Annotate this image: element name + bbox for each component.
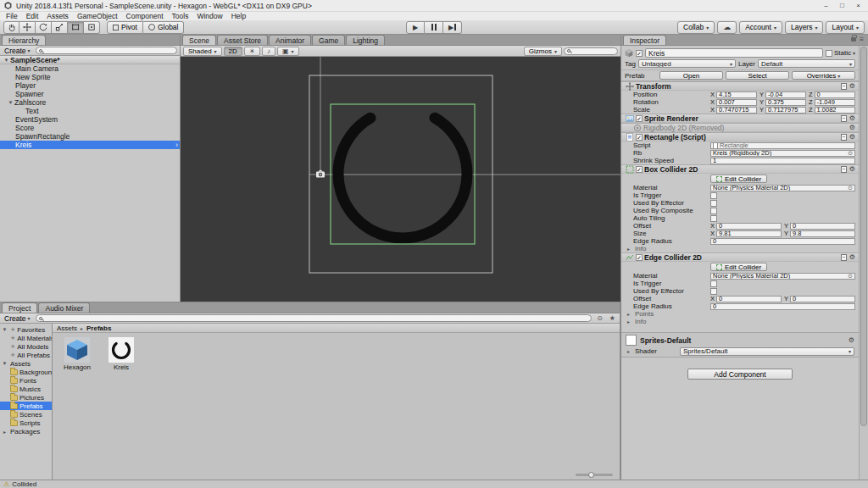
breadcrumb-prefabs[interactable]: Prefabs: [86, 324, 111, 332]
points-foldout-row[interactable]: ▸Points: [621, 310, 859, 318]
asset-kreis[interactable]: Kreis: [103, 337, 140, 371]
foldout-closed-icon[interactable]: ▸: [625, 319, 632, 324]
rectangle-script-checkbox[interactable]: ✓: [636, 134, 643, 141]
project-create-button[interactable]: Create▾: [3, 314, 32, 323]
offset-y-field[interactable]: 0: [790, 223, 855, 230]
edit-collider-button[interactable]: Edit Collider: [710, 175, 767, 183]
breadcrumb-assets[interactable]: Assets: [57, 324, 77, 332]
transform-tool-button[interactable]: [84, 21, 100, 34]
folder-pictures[interactable]: Pictures: [0, 393, 52, 402]
rb-object-field[interactable]: Kreis (Rigidbody 2D)⊙: [710, 150, 855, 157]
tab-game[interactable]: Game: [312, 35, 345, 45]
rotation-y-field[interactable]: 0.375: [765, 99, 806, 106]
edge-collider-checkbox[interactable]: ✓: [636, 254, 643, 261]
active-checkbox[interactable]: ✓: [636, 50, 643, 57]
static-toggle[interactable]: Static▾: [826, 49, 855, 57]
slider-thumb[interactable]: [588, 472, 594, 478]
tab-inspector[interactable]: Inspector: [623, 35, 666, 45]
hierarchy-item-spawner[interactable]: Spawner: [0, 90, 180, 98]
rotation-x-field[interactable]: 0.007: [716, 99, 757, 106]
folder-scenes[interactable]: Scenes: [0, 410, 52, 419]
hierarchy-search-input[interactable]: [36, 47, 177, 54]
gear-icon[interactable]: ⚙: [849, 253, 855, 261]
layout-button[interactable]: Layout▾: [826, 21, 865, 34]
foldout-open-icon[interactable]: ▼: [1, 327, 8, 332]
prefab-select-button[interactable]: Select: [726, 71, 789, 80]
tab-animator[interactable]: Animator: [269, 35, 311, 45]
gear-icon[interactable]: ⚙: [849, 165, 855, 173]
object-picker-icon[interactable]: ⊙: [848, 273, 853, 280]
auto-tiling-checkbox[interactable]: [710, 215, 717, 222]
help-icon[interactable]: [841, 166, 847, 173]
cloud-button[interactable]: ☁: [717, 21, 737, 34]
menu-edit[interactable]: Edit: [22, 12, 43, 20]
foldout-closed-icon[interactable]: ▸: [625, 311, 632, 317]
scrollbar-thumb[interactable]: [860, 47, 867, 426]
foldout-closed-icon[interactable]: ▸: [625, 348, 632, 354]
gear-icon[interactable]: ⚙: [849, 336, 854, 344]
box-collider-header[interactable]: ▼ ✓ Box Collider 2D ⚙: [621, 164, 859, 174]
offset-x-field[interactable]: 0: [716, 223, 782, 230]
foldout-open-icon[interactable]: ▼: [621, 255, 624, 260]
gizmos-dropdown[interactable]: Gizmos▾: [524, 47, 562, 56]
foldout-closed-icon[interactable]: ▸: [621, 115, 624, 121]
scale-x-field[interactable]: 0.7470715: [716, 107, 757, 114]
step-button[interactable]: ▶: [443, 21, 462, 34]
tab-scene[interactable]: Scene: [182, 35, 216, 45]
rectangle-script-header[interactable]: ▼ ✓ Rectangle (Script) ⚙: [621, 132, 859, 141]
used-by-composite-checkbox[interactable]: [710, 208, 717, 214]
rect-tool-button[interactable]: [68, 21, 84, 34]
info-foldout-row[interactable]: ▸Info: [621, 245, 859, 252]
menu-gameobject[interactable]: GameObject: [73, 12, 122, 20]
hierarchy-item-score[interactable]: Score: [0, 124, 180, 132]
layer-dropdown[interactable]: Default▾: [758, 59, 855, 68]
prefab-open-button[interactable]: Open: [659, 71, 723, 80]
favorite-all-materials[interactable]: ★All Materials: [0, 334, 52, 342]
gameobject-name-field[interactable]: Kreis: [645, 48, 823, 58]
tab-lighting[interactable]: Lighting: [346, 35, 385, 45]
rotation-z-field[interactable]: -1.049: [815, 99, 855, 106]
static-checkbox[interactable]: [826, 50, 832, 57]
folder-prefabs[interactable]: Prefabs: [0, 402, 52, 410]
hierarchy-item-player[interactable]: Player: [0, 81, 180, 90]
edge-radius-field[interactable]: 0: [710, 303, 855, 310]
tab-hierarchy[interactable]: Hierarchy: [2, 35, 46, 45]
foldout-open-icon[interactable]: ▼: [7, 100, 14, 105]
foldout-open-icon[interactable]: ▼: [621, 167, 624, 172]
script-field[interactable]: Rectangle: [710, 142, 855, 149]
folder-fonts[interactable]: Fonts: [0, 376, 52, 385]
size-y-field[interactable]: 9.8: [790, 230, 855, 237]
gear-icon[interactable]: ⚙: [849, 114, 855, 122]
material-header[interactable]: Sprites-Default ⚙: [621, 333, 859, 347]
hierarchy-scene-row[interactable]: ▼SampleScene*: [0, 56, 180, 64]
layers-button[interactable]: Layers▾: [785, 21, 824, 34]
hierarchy-item-text[interactable]: Text: [0, 107, 180, 115]
foldout-open-icon[interactable]: ▼: [1, 361, 8, 366]
help-icon[interactable]: [841, 134, 847, 141]
scene-search-input[interactable]: [564, 47, 618, 55]
assets-root[interactable]: ▼Assets: [0, 359, 52, 368]
info-foldout-row[interactable]: ▸Info: [621, 318, 859, 325]
box-collider-checkbox[interactable]: ✓: [636, 166, 643, 173]
transform-header[interactable]: ▼ Transform ⚙: [621, 81, 859, 91]
sprite-renderer-header[interactable]: ▸ ✓ Sprite Renderer ⚙: [621, 114, 859, 123]
used-by-effector-checkbox[interactable]: [710, 200, 717, 207]
sprite-renderer-checkbox[interactable]: ✓: [636, 115, 643, 122]
maximize-button[interactable]: □: [834, 0, 850, 11]
help-icon[interactable]: [841, 254, 847, 261]
menu-assets[interactable]: Assets: [42, 12, 73, 20]
hierarchy-item-eventsystem[interactable]: EventSystem: [0, 115, 180, 124]
favorite-all-prefabs[interactable]: ★All Prefabs: [0, 351, 52, 359]
is-trigger-checkbox[interactable]: [710, 192, 717, 199]
pivot-toggle-button[interactable]: Pivot: [107, 21, 143, 34]
gear-icon[interactable]: ⚙: [849, 133, 855, 141]
position-x-field[interactable]: 4.15: [716, 92, 757, 98]
hierarchy-item-zahlscore[interactable]: ▼Zahlscore: [0, 98, 180, 107]
menu-window[interactable]: Window: [192, 12, 226, 20]
help-icon[interactable]: [841, 83, 847, 90]
foldout-open-icon[interactable]: ▼: [3, 58, 10, 63]
shader-dropdown[interactable]: Sprites/Default▾: [680, 347, 854, 356]
lock-icon[interactable]: [851, 37, 856, 42]
edge-radius-field[interactable]: 0: [710, 238, 855, 245]
object-picker-icon[interactable]: ⊙: [848, 185, 853, 191]
